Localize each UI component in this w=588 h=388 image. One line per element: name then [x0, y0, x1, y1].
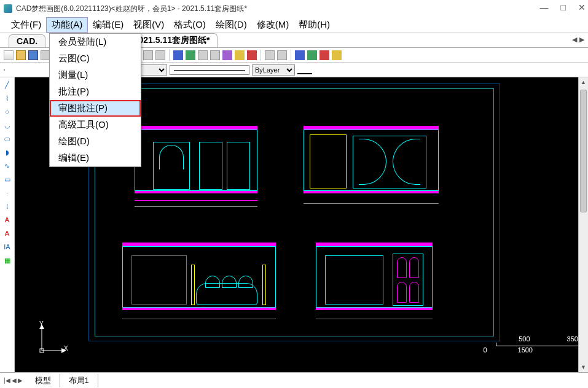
window-titlebar: CAD梦想画图(6.0.20211123)<姓赵的呀，会员1> - 2021.5…	[0, 0, 588, 17]
dimension-icon[interactable]	[198, 50, 208, 60]
dd-draw[interactable]: 绘图(D)	[50, 133, 141, 150]
dd-cloud[interactable]: 云图(C)	[50, 50, 141, 67]
open-icon[interactable]	[16, 50, 26, 60]
print-icon[interactable]	[265, 50, 275, 60]
doc-tab-0[interactable]: CAD.	[9, 34, 45, 47]
layout-nav-first-icon[interactable]: |◀	[4, 377, 10, 384]
window-close-button[interactable]: ✕	[578, 2, 586, 12]
tool-polyline[interactable]: ⌇	[2, 93, 12, 103]
scroll-down-icon[interactable]: ▼	[579, 362, 588, 372]
lineweight-icon[interactable]	[297, 66, 312, 74]
separator	[291, 50, 291, 61]
tool-text[interactable]: A	[2, 215, 12, 225]
ruler-mark-1500: 1500	[518, 346, 533, 354]
window-title: CAD梦想画图(6.0.20211123)<姓赵的呀，会员1> - 2021.5…	[16, 4, 247, 14]
draw-toolbar: ╱ ⌇ ○ ◡ ⬭ ◗ ∿ ▭ · ⁞ A A IA ▦	[0, 77, 15, 372]
block-icon[interactable]	[222, 50, 232, 60]
linetype-preview	[170, 65, 249, 75]
ucs-icon: Y X	[36, 323, 66, 354]
layout-nav-prev-icon[interactable]: ◀	[12, 377, 17, 384]
window-minimize-button[interactable]: —	[540, 2, 549, 12]
help-icon[interactable]	[319, 50, 329, 60]
tool-point[interactable]: ·	[2, 188, 12, 198]
menu-view[interactable]: 视图(V)	[128, 18, 169, 32]
layout-tab-layout1[interactable]: 布局1	[60, 374, 98, 387]
layer-icon[interactable]	[173, 50, 183, 60]
tool-line[interactable]: ╱	[2, 80, 12, 90]
menu-file[interactable]: 文件(F)	[6, 18, 46, 32]
tool-ellipse[interactable]: ⬭	[2, 134, 12, 144]
new-icon[interactable]	[4, 50, 14, 60]
layout-tab-model[interactable]: 模型	[26, 374, 60, 387]
ruler-mark-0: 0	[483, 346, 487, 354]
scroll-thumb-v[interactable]	[580, 90, 587, 212]
menubar: 文件(F) 功能(A) 编辑(E) 视图(V) 格式(O) 绘图(D) 修改(M…	[0, 17, 588, 33]
layout-nav-next-icon[interactable]: ▶	[18, 377, 23, 384]
tool-arc[interactable]: ◡	[2, 120, 12, 130]
menu-modify[interactable]: 修改(M)	[252, 18, 294, 32]
color-picker-icon[interactable]	[4, 69, 5, 71]
menu-help[interactable]: 帮助(H)	[294, 18, 335, 32]
window-maximize-button[interactable]: □	[561, 2, 566, 12]
tool-rectangle[interactable]: ▭	[2, 174, 12, 184]
cloud-icon[interactable]	[295, 50, 305, 60]
tool-mtext[interactable]: A	[2, 228, 12, 238]
separator	[169, 50, 170, 61]
linetype-combo[interactable]: ByLayer	[252, 64, 295, 76]
hatch-icon[interactable]	[235, 50, 245, 60]
dd-advanced-tools[interactable]: 高级工具(O)	[50, 117, 141, 133]
tool-circle[interactable]: ○	[2, 107, 12, 117]
menu-format[interactable]: 格式(O)	[169, 18, 211, 32]
menu-edit[interactable]: 编辑(E)	[88, 18, 128, 32]
measure-icon[interactable]	[186, 50, 195, 60]
export-icon[interactable]	[277, 50, 287, 60]
tool-spline[interactable]: ∿	[2, 161, 12, 171]
ucs-x-label: X	[64, 345, 68, 352]
app-icon	[4, 4, 12, 13]
save-icon[interactable]	[28, 50, 38, 60]
zoom-window-icon[interactable]	[143, 50, 153, 60]
elevation-view-4	[304, 228, 445, 323]
layout-tabbar: |◀ ◀ ▶ 模型 布局1	[0, 372, 588, 388]
tool-block[interactable]: ▦	[2, 255, 12, 265]
vertical-scrollbar[interactable]: ▲ ▼	[578, 77, 588, 372]
pan-icon[interactable]	[155, 50, 165, 60]
dd-edit[interactable]: 编辑(E)	[50, 150, 141, 166]
tool-pointset[interactable]: ⁞	[2, 201, 12, 211]
tool-ellipse-arc[interactable]: ◗	[2, 147, 12, 157]
tool-attribute[interactable]: IA	[2, 242, 12, 252]
ucs-y-label: Y	[39, 320, 44, 327]
tab-scroll-left-icon[interactable]: ◀	[572, 36, 577, 44]
functions-dropdown: 会员登陆(L) 云图(C) 测量(L) 批注(P) 审图批注(P) 高级工具(O…	[49, 33, 141, 167]
separator	[261, 50, 261, 61]
tab-scroll-right-icon[interactable]: ▶	[579, 36, 584, 44]
elevation-view-3	[110, 228, 288, 323]
dd-member-login[interactable]: 会员登陆(L)	[50, 34, 141, 50]
text-icon[interactable]	[210, 50, 220, 60]
scale-ruler: 500 3500 0 1500	[483, 335, 582, 354]
dd-review-annotation[interactable]: 审图批注(P)	[50, 100, 141, 117]
dd-annotation[interactable]: 批注(P)	[50, 83, 141, 100]
dd-measure[interactable]: 测量(L)	[50, 67, 141, 83]
scroll-up-icon[interactable]: ▲	[579, 77, 588, 87]
settings-icon[interactable]	[307, 50, 317, 60]
elevation-view-2	[291, 111, 451, 203]
menu-draw[interactable]: 绘图(D)	[211, 18, 252, 32]
menu-functions[interactable]: 功能(A)	[46, 17, 88, 33]
annotation-icon[interactable]	[247, 50, 257, 60]
ruler-mark-500: 500	[519, 335, 530, 343]
about-icon[interactable]	[332, 50, 342, 60]
